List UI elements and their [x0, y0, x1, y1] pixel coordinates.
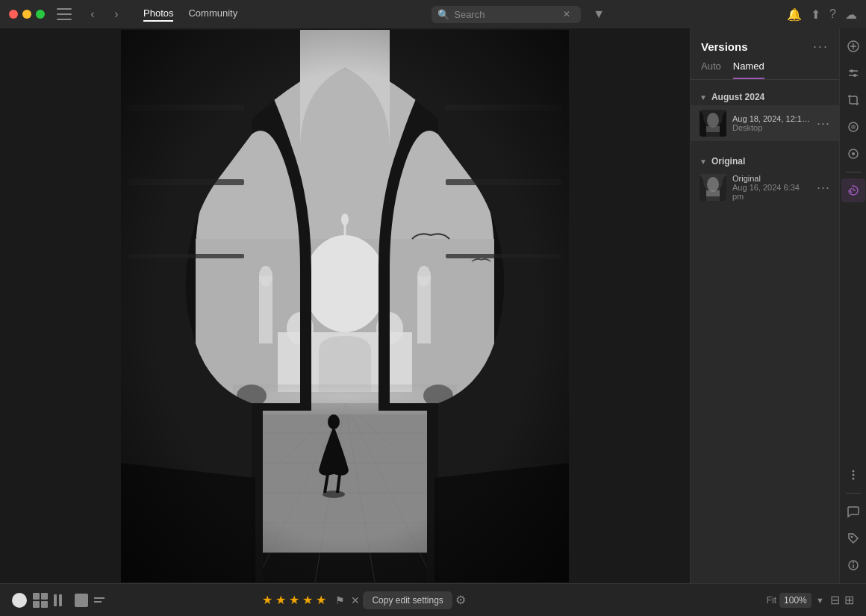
version-info-august: Aug 18, 2024, 12:10 pm Desktop [732, 114, 811, 132]
flag-icon[interactable]: ⚑ [335, 594, 345, 606]
august-section-header[interactable]: ▼ August 2024 [691, 89, 839, 105]
svg-point-60 [853, 562, 854, 564]
titlebar: ‹ › Photos Community 🔍 ✕ ▼ 🔔 ⬆ ? ☁ [0, 0, 866, 28]
search-clear-button[interactable]: ✕ [563, 9, 570, 19]
fit-area: Fit 100% Fit 50% 200% ▼ [767, 593, 824, 608]
svg-rect-39 [705, 126, 720, 132]
versions-tabs: Auto Named [691, 60, 839, 80]
svg-point-47 [853, 74, 856, 77]
august-section-title: August 2024 [711, 92, 764, 102]
original-section-title: Original [711, 156, 745, 167]
pause-button[interactable] [54, 593, 69, 608]
svg-rect-42 [705, 190, 720, 196]
fit-label: Fit [767, 595, 776, 606]
search-bar: 🔍 ✕ [432, 6, 581, 23]
edit-icons: ⚑ ✕ [335, 594, 360, 606]
photo-area [0, 28, 690, 583]
maximize-button[interactable] [36, 10, 45, 19]
compare-buttons: ⊟ ⊞ [830, 593, 854, 607]
traffic-lights [9, 10, 45, 19]
filter-icon[interactable] [841, 115, 865, 139]
star-5[interactable]: ★ [316, 593, 326, 607]
original-chevron: ▼ [700, 158, 707, 166]
star-4[interactable]: ★ [302, 593, 313, 607]
svg-point-57 [850, 536, 853, 538]
svg-point-41 [707, 177, 719, 192]
version-date-august: Aug 18, 2024, 12:10 pm [732, 114, 811, 123]
forward-button[interactable]: › [108, 5, 125, 23]
version-thumb-original [700, 174, 726, 201]
main-area: Versions ··· Auto Named ▼ August 2024 [0, 28, 866, 583]
share-icon[interactable]: ⬆ [811, 7, 820, 22]
tab-photos[interactable]: Photos [143, 7, 173, 22]
august-chevron: ▼ [700, 93, 707, 102]
filter-button[interactable]: ▼ [593, 7, 605, 21]
zoom-selector[interactable]: 100% Fit 50% 200% [779, 593, 812, 608]
copy-edit-settings-button[interactable]: Copy edit settings [363, 591, 452, 609]
bottom-toolbar: ★ ★ ★ ★ ★ ⚑ ✕ Copy edit settings ⚙ Fit 1… [0, 583, 866, 616]
crop-icon[interactable] [841, 88, 865, 112]
sidebar-toggle[interactable] [57, 8, 72, 20]
tool-divider [846, 172, 861, 172]
compare-split-icon[interactable]: ⊟ [830, 593, 840, 607]
photo-image [121, 30, 569, 582]
comment-icon[interactable] [841, 500, 865, 523]
enhance-icon[interactable] [841, 34, 865, 58]
versions-menu-button[interactable]: ··· [813, 39, 829, 55]
search-icon: 🔍 [437, 9, 449, 20]
svg-point-55 [852, 474, 854, 476]
svg-point-56 [852, 478, 854, 480]
tool-divider-2 [846, 493, 861, 494]
august-section: ▼ August 2024 Aug 18, 2024, 12:10 pm Des… [691, 83, 839, 147]
svg-point-51 [852, 152, 855, 155]
compare-side-icon[interactable]: ⊞ [844, 593, 854, 607]
titlebar-actions: 🔔 ⬆ ? ☁ [787, 7, 857, 22]
history-icon[interactable] [841, 178, 865, 202]
version-item-august[interactable]: Aug 18, 2024, 12:10 pm Desktop ··· [691, 105, 839, 141]
svg-point-54 [852, 470, 854, 473]
zoom-chevron-icon: ▼ [816, 596, 824, 605]
info-icon[interactable] [841, 553, 865, 577]
cloud-icon[interactable]: ☁ [845, 7, 857, 22]
notification-icon[interactable]: 🔔 [787, 7, 802, 22]
square-view-button[interactable] [75, 594, 88, 607]
tab-auto[interactable]: Auto [701, 60, 721, 79]
nav-tabs: Photos Community [143, 7, 237, 22]
svg-point-49 [851, 125, 856, 129]
original-section-header[interactable]: ▼ Original [691, 153, 839, 169]
more-tools-icon[interactable] [841, 463, 865, 487]
help-icon[interactable]: ? [829, 7, 836, 21]
back-button[interactable]: ‹ [84, 5, 102, 23]
version-more-august[interactable]: ··· [817, 116, 830, 130]
version-label-original: Original [732, 174, 811, 183]
close-button[interactable] [9, 10, 18, 19]
version-item-original[interactable]: Original Aug 16, 2024 6:34 pm ··· [691, 169, 839, 205]
circle-view-button[interactable] [12, 593, 27, 608]
versions-panel: Versions ··· Auto Named ▼ August 2024 [690, 28, 839, 583]
photo-container [121, 30, 569, 582]
version-thumb-august [700, 110, 726, 137]
svg-point-38 [707, 113, 719, 128]
svg-point-46 [850, 69, 853, 72]
stars-area: ★ ★ ★ ★ ★ ⚑ ✕ Copy edit settings ⚙ [262, 591, 465, 609]
star-2[interactable]: ★ [275, 593, 286, 607]
settings-gear-icon[interactable]: ⚙ [455, 593, 466, 607]
versions-title: Versions [701, 40, 748, 53]
version-source-august: Desktop [732, 123, 811, 132]
tool-sidebar [839, 28, 866, 583]
x-flag-icon[interactable]: ✕ [351, 594, 360, 606]
minimize-button[interactable] [22, 10, 31, 19]
star-1[interactable]: ★ [262, 593, 272, 607]
version-more-original[interactable]: ··· [817, 181, 830, 194]
star-3[interactable]: ★ [289, 593, 299, 607]
detail-icon[interactable] [841, 142, 865, 166]
search-input[interactable] [454, 9, 558, 20]
grid-view-button[interactable] [33, 593, 48, 608]
tab-named[interactable]: Named [733, 60, 764, 79]
list-view-button[interactable] [94, 594, 109, 606]
tab-community[interactable]: Community [188, 7, 237, 22]
adjust-icon[interactable] [841, 61, 865, 85]
original-section: ▼ Original Original Aug 16, 2024 6:34 pm [691, 147, 839, 211]
version-date-original: Aug 16, 2024 6:34 pm [732, 183, 811, 201]
tag-icon[interactable] [841, 526, 865, 550]
